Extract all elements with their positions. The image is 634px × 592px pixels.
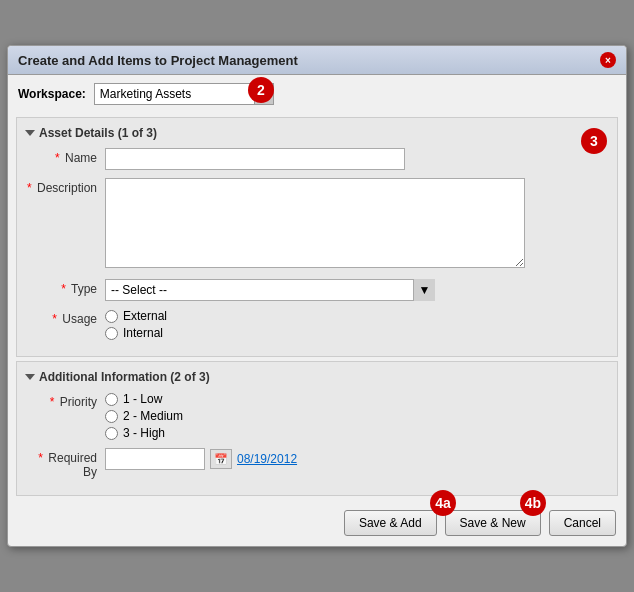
description-row: * Description: [25, 178, 609, 271]
required-by-row: * Required By 📅 08/19/2012: [25, 448, 609, 479]
name-label: * Name: [25, 148, 105, 165]
usage-internal-radio[interactable]: [105, 327, 118, 340]
name-row: * Name: [25, 148, 609, 170]
priority-required-star: *: [50, 395, 55, 409]
footer: 4a 4b Save & Add Save & New Cancel: [8, 500, 626, 546]
priority-high-radio[interactable]: [105, 427, 118, 440]
required-by-input[interactable]: [105, 448, 205, 470]
name-required-star: *: [55, 151, 60, 165]
usage-external-item: External: [105, 309, 609, 323]
description-required-star: *: [27, 181, 32, 195]
priority-low-radio[interactable]: [105, 393, 118, 406]
calendar-icon[interactable]: 📅: [210, 449, 232, 469]
usage-required-star: *: [52, 312, 57, 326]
main-dialog: Create and Add Items to Project Manageme…: [7, 45, 627, 547]
description-textarea[interactable]: [105, 178, 525, 268]
workspace-label: Workspace:: [18, 87, 86, 101]
description-field-wrapper: [105, 178, 609, 271]
usage-internal-label: Internal: [123, 326, 163, 340]
usage-row: * Usage External Internal: [25, 309, 609, 340]
usage-external-radio[interactable]: [105, 310, 118, 323]
step-4a-badge: 4a: [430, 490, 456, 516]
asset-details-section: Asset Details (1 of 3) 3 * Name * Descri…: [16, 117, 618, 357]
collapse-triangle-icon[interactable]: [25, 130, 35, 136]
priority-medium-label: 2 - Medium: [123, 409, 183, 423]
dialog-title-text: Create and Add Items to Project Manageme…: [18, 53, 298, 68]
type-select[interactable]: -- Select --: [105, 279, 435, 301]
cancel-button[interactable]: Cancel: [549, 510, 616, 536]
type-row: * Type -- Select -- ▼: [25, 279, 609, 301]
required-by-label: * Required By: [25, 448, 105, 479]
save-add-button[interactable]: Save & Add: [344, 510, 437, 536]
name-input[interactable]: [105, 148, 405, 170]
workspace-select-wrapper: Marketing Assets ▼: [94, 83, 274, 105]
asset-details-header: Asset Details (1 of 3): [25, 126, 609, 140]
priority-options: 1 - Low 2 - Medium 3 - High: [105, 392, 609, 440]
close-button[interactable]: ×: [600, 52, 616, 68]
priority-label: * Priority: [25, 392, 105, 409]
step-3-badge: 3: [581, 128, 607, 154]
priority-low-label: 1 - Low: [123, 392, 162, 406]
description-label: * Description: [25, 178, 105, 195]
priority-medium-item: 2 - Medium: [105, 409, 609, 423]
name-field-wrapper: [105, 148, 609, 170]
workspace-row: Workspace: Marketing Assets ▼ 2: [8, 75, 626, 113]
asset-details-title: Asset Details (1 of 3): [39, 126, 157, 140]
additional-collapse-triangle-icon[interactable]: [25, 374, 35, 380]
required-by-required-star: *: [38, 451, 43, 465]
workspace-select[interactable]: Marketing Assets: [94, 83, 274, 105]
date-link[interactable]: 08/19/2012: [237, 452, 297, 466]
usage-external-label: External: [123, 309, 167, 323]
additional-info-title: Additional Information (2 of 3): [39, 370, 210, 384]
usage-options: External Internal: [105, 309, 609, 340]
step-2-badge: 2: [248, 77, 274, 103]
type-label: * Type: [25, 279, 105, 296]
priority-medium-radio[interactable]: [105, 410, 118, 423]
usage-label: * Usage: [25, 309, 105, 326]
additional-info-section: Additional Information (2 of 3) * Priori…: [16, 361, 618, 496]
type-field-wrapper: -- Select -- ▼: [105, 279, 609, 301]
required-by-field-wrapper: 📅 08/19/2012: [105, 448, 609, 470]
priority-high-label: 3 - High: [123, 426, 165, 440]
step-4b-badge: 4b: [520, 490, 546, 516]
additional-info-header: Additional Information (2 of 3): [25, 370, 609, 384]
usage-internal-item: Internal: [105, 326, 609, 340]
priority-row: * Priority 1 - Low 2 - Medium 3 - High: [25, 392, 609, 440]
priority-low-item: 1 - Low: [105, 392, 609, 406]
priority-high-item: 3 - High: [105, 426, 609, 440]
type-required-star: *: [61, 282, 66, 296]
type-select-wrapper: -- Select -- ▼: [105, 279, 435, 301]
dialog-title-bar: Create and Add Items to Project Manageme…: [8, 46, 626, 75]
